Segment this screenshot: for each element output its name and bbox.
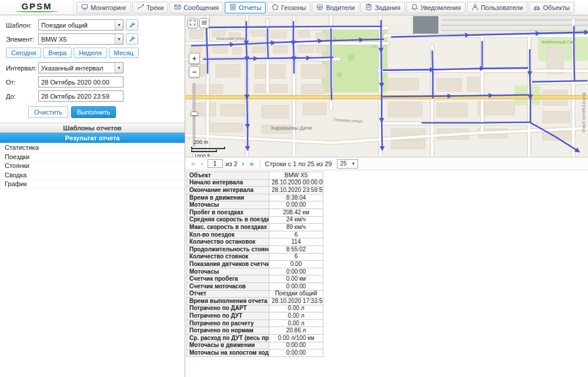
tab-messages[interactable]: Сообщения xyxy=(169,2,223,14)
tab-monitoring[interactable]: Мониторинг xyxy=(76,2,131,14)
quick-range-button[interactable]: Неделя xyxy=(74,48,106,58)
notifications-icon xyxy=(411,4,418,12)
report-row: Пробег в поездках 208.42 км xyxy=(187,208,323,216)
report-row: Потрачено по ДУТ 0.00 л xyxy=(187,312,323,320)
report-row-value: 0:00:00 xyxy=(269,201,323,209)
report-row: Макс. скорость в поездках 89 км/ч xyxy=(187,224,323,231)
report-row: Моточасы на холостом ходу 0:00:00 xyxy=(187,349,323,357)
map-label-street-volgogradskaya: Волгоградская улица xyxy=(582,92,586,132)
to-date-input[interactable] xyxy=(38,90,123,102)
report-row-label: Потрачено по расчету xyxy=(187,319,269,327)
interval-select[interactable]: Указанный интервал ▼ xyxy=(38,62,123,73)
wrench-icon xyxy=(129,21,135,29)
report-page-item[interactable]: Статистика xyxy=(0,143,185,153)
report-row: Продолжительность стоянок 8:55:02 xyxy=(187,245,323,253)
result-section-header[interactable]: Результат отчета xyxy=(0,133,185,143)
app-logo: GPSM xyxy=(0,0,74,15)
geozones-icon xyxy=(272,4,279,12)
report-row-value: 0.00 л xyxy=(269,319,323,327)
report-row-label: Счетчик моточасов xyxy=(187,282,269,290)
quick-range-button[interactable]: Вчера xyxy=(43,48,72,58)
first-page-button[interactable]: « xyxy=(190,160,196,167)
templates-section-header[interactable]: Шаблоны отчетов xyxy=(0,123,185,133)
page-size-select[interactable]: 25 ▼ xyxy=(337,159,358,169)
logo-swoosh-decoration xyxy=(16,10,58,12)
report-page-item[interactable]: График xyxy=(0,180,185,189)
template-settings-button[interactable] xyxy=(126,19,138,31)
report-row: Моточасы в движении 0:00:00 xyxy=(187,342,323,349)
report-row: Моточасы 0:00:00 xyxy=(187,268,323,275)
tab-objects[interactable]: Объекты xyxy=(529,2,574,14)
tab-tasks[interactable]: Задания xyxy=(360,2,405,14)
zoom-slider-handle[interactable] xyxy=(191,112,198,116)
element-settings-button[interactable] xyxy=(126,33,138,45)
map-canvas[interactable]: Караваевы Дачи Полевая улица Уманская ул… xyxy=(185,15,588,157)
report-row: Кол-во поездок 6 xyxy=(187,231,323,238)
tab-drivers[interactable]: Водители xyxy=(312,2,359,14)
next-page-button[interactable]: › xyxy=(240,160,245,167)
report-page-item[interactable]: Поездки xyxy=(0,153,185,162)
template-select[interactable]: Поездки общий ▼ xyxy=(38,19,123,31)
report-row-label: Объект xyxy=(187,172,269,180)
report-row: Объект BMW X5 xyxy=(187,172,323,180)
map-label-street-umanskaya: Уманская улица xyxy=(216,36,246,41)
objects-icon xyxy=(533,4,540,12)
report-row-label: Потрачено по ДУТ xyxy=(187,312,269,320)
report-row-value: 89 км/ч xyxy=(269,224,323,231)
report-row-value: 0:00:00 xyxy=(269,342,323,349)
zoom-out-button[interactable]: − xyxy=(189,66,200,78)
zoom-slider[interactable] xyxy=(193,83,195,146)
statistics-table: Объект BMW X5 Начало интервала 28.10.202… xyxy=(186,171,323,357)
report-row-label: Потрачено по ДАРТ xyxy=(187,305,269,312)
quick-range-button[interactable]: Месяц xyxy=(109,48,139,58)
pagination-bar: « ‹ из 2 › » Строки с 1 по 25 из 29 25 ▼ xyxy=(185,157,588,170)
tab-reports[interactable]: Отчеты xyxy=(225,2,266,14)
report-row: Моточасы 0:00:00 xyxy=(187,201,323,209)
report-row-label: Показания датчиков счетчиков xyxy=(187,261,269,268)
tab-label: Водители xyxy=(326,4,355,11)
from-label: От: xyxy=(6,79,38,86)
run-button[interactable]: Выполнить xyxy=(71,106,116,118)
tab-label: Уведомления xyxy=(420,4,461,11)
report-page-item[interactable]: Сводка xyxy=(0,171,185,180)
page-number-input[interactable] xyxy=(208,159,223,168)
report-row-value: 0.00 xyxy=(269,261,323,268)
report-row-label: Моточасы xyxy=(187,268,269,275)
prev-page-button[interactable]: ‹ xyxy=(199,160,204,167)
quick-range-buttons: СегодняВчераНеделяМесяц xyxy=(6,48,180,58)
interval-label: Интервал: xyxy=(6,65,38,72)
chevron-down-icon: ▼ xyxy=(115,63,123,73)
report-result-area: Караваевы Дачи Полевая улица Уманская ул… xyxy=(185,15,588,377)
report-row: Время в движении 8:38:04 xyxy=(187,194,323,201)
separator xyxy=(260,160,260,167)
report-row: Средняя скорость в поездках 24 км/ч xyxy=(187,216,323,224)
clear-button[interactable]: Очистить xyxy=(28,106,68,118)
fullscreen-icon xyxy=(189,19,196,28)
zoom-in-button[interactable]: + xyxy=(189,53,200,64)
report-row: Отчет Поездки общий xyxy=(187,290,323,298)
report-row-value: 8:38:04 xyxy=(269,194,323,201)
element-label: Элемент: xyxy=(6,36,38,43)
fullscreen-button[interactable] xyxy=(188,18,198,28)
quick-range-button[interactable]: Сегодня xyxy=(6,48,41,58)
app-window: GPSM Мониторинг Треки Сообщения Отчеты xyxy=(0,0,588,377)
monitoring-icon xyxy=(81,4,88,12)
tab-tracks[interactable]: Треки xyxy=(132,2,168,14)
tab-geozones[interactable]: Геозоны xyxy=(267,2,310,14)
users-icon xyxy=(472,4,479,12)
report-pages-list: СтатистикаПоездкиСтоянкиСводкаГрафик xyxy=(0,143,185,189)
report-row-label: Окончание интервала xyxy=(187,187,269,194)
tasks-icon xyxy=(365,4,372,12)
element-select[interactable]: BMW X5 ▼ xyxy=(38,33,123,45)
last-page-button[interactable]: » xyxy=(248,160,255,167)
report-row-value: 20.86 л xyxy=(269,327,323,335)
tab-users[interactable]: Пользователи xyxy=(467,2,528,14)
layers-button[interactable] xyxy=(199,18,209,28)
tab-notifications[interactable]: Уведомления xyxy=(406,2,466,14)
template-select-value: Поездки общий xyxy=(39,22,115,29)
from-date-input[interactable] xyxy=(38,76,123,87)
tab-label: Сообщения xyxy=(183,4,219,11)
page-count-label: из 2 xyxy=(226,160,238,167)
report-page-item[interactable]: Стоянки xyxy=(0,161,185,171)
report-row: Начало интервала 28.10.2020 00:00:00 xyxy=(187,179,323,187)
